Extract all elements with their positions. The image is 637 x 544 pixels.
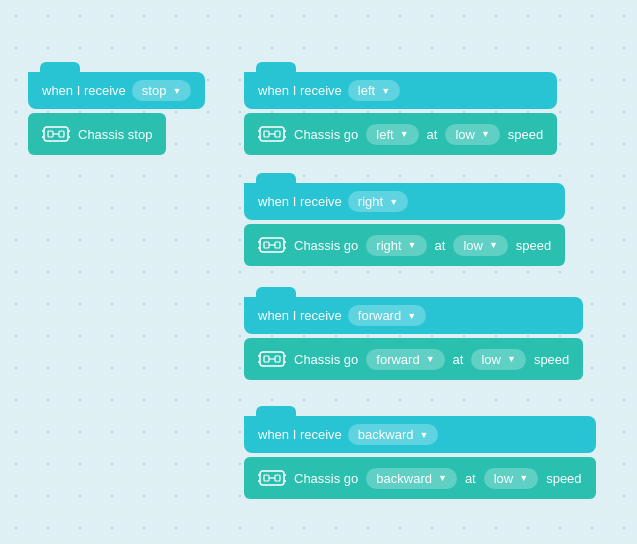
stop-event-block: when I receive stop ▼ bbox=[28, 72, 205, 109]
right-direction-dropdown[interactable]: right ▼ bbox=[366, 235, 426, 256]
svg-rect-25 bbox=[264, 356, 269, 362]
stop-event-label: when I receive bbox=[42, 83, 126, 98]
stop-block-group: when I receive stop ▼ Chassis stop bbox=[28, 62, 205, 155]
backward-action-label: Chassis go bbox=[294, 471, 358, 486]
backward-event-value: backward bbox=[358, 427, 414, 442]
forward-event-label: when I receive bbox=[258, 308, 342, 323]
backward-direction-dropdown[interactable]: backward ▼ bbox=[366, 468, 457, 489]
left-event-notch bbox=[256, 62, 296, 72]
backward-event-block: when I receive backward ▼ bbox=[244, 416, 596, 453]
forward-event-wrapper: when I receive forward ▼ bbox=[244, 287, 583, 334]
forward-event-notch bbox=[256, 287, 296, 297]
backward-speed-arrow-icon: ▼ bbox=[519, 473, 528, 483]
left-at-label: at bbox=[427, 127, 438, 142]
backward-direction-value: backward bbox=[376, 471, 432, 486]
forward-direction-value: forward bbox=[376, 352, 419, 367]
left-speed-arrow-icon: ▼ bbox=[481, 129, 490, 139]
forward-speed-value: low bbox=[481, 352, 501, 367]
right-at-label: at bbox=[435, 238, 446, 253]
right-speed-arrow-icon: ▼ bbox=[489, 240, 498, 250]
left-event-dropdown[interactable]: left ▼ bbox=[348, 80, 400, 101]
backward-speed-value: low bbox=[494, 471, 514, 486]
forward-event-arrow-icon: ▼ bbox=[407, 311, 416, 321]
forward-event-dropdown[interactable]: forward ▼ bbox=[348, 305, 426, 326]
stop-event-value: stop bbox=[142, 83, 167, 98]
stop-event-wrapper: when I receive stop ▼ bbox=[28, 62, 205, 109]
forward-direction-arrow-icon: ▼ bbox=[426, 354, 435, 364]
forward-direction-dropdown[interactable]: forward ▼ bbox=[366, 349, 444, 370]
svg-rect-10 bbox=[275, 131, 280, 137]
svg-rect-26 bbox=[275, 356, 280, 362]
right-speed-label: speed bbox=[516, 238, 551, 253]
backward-at-label: at bbox=[465, 471, 476, 486]
right-event-label: when I receive bbox=[258, 194, 342, 209]
svg-rect-34 bbox=[275, 475, 280, 481]
stop-event-arrow-icon: ▼ bbox=[172, 86, 181, 96]
backward-robot-icon bbox=[258, 467, 286, 489]
left-event-wrapper: when I receive left ▼ bbox=[244, 62, 557, 109]
svg-rect-33 bbox=[264, 475, 269, 481]
stop-action-block: Chassis stop bbox=[28, 113, 166, 155]
right-speed-value: low bbox=[463, 238, 483, 253]
left-speed-dropdown[interactable]: low ▼ bbox=[445, 124, 499, 145]
backward-event-notch bbox=[256, 406, 296, 416]
right-robot-icon bbox=[258, 234, 286, 256]
left-direction-arrow-icon: ▼ bbox=[400, 129, 409, 139]
right-event-value: right bbox=[358, 194, 383, 209]
left-event-arrow-icon: ▼ bbox=[381, 86, 390, 96]
left-block-group: when I receive left ▼ Chassis go left ▼ bbox=[244, 62, 557, 155]
right-direction-arrow-icon: ▼ bbox=[408, 240, 417, 250]
stop-robot-icon bbox=[42, 123, 70, 145]
forward-event-value: forward bbox=[358, 308, 401, 323]
stop-action-label: Chassis stop bbox=[78, 127, 152, 142]
right-event-wrapper: when I receive right ▼ bbox=[244, 173, 565, 220]
svg-rect-18 bbox=[275, 242, 280, 248]
forward-at-label: at bbox=[453, 352, 464, 367]
right-action-label: Chassis go bbox=[294, 238, 358, 253]
left-action-label: Chassis go bbox=[294, 127, 358, 142]
right-action-block: Chassis go right ▼ at low ▼ speed bbox=[244, 224, 565, 266]
forward-speed-arrow-icon: ▼ bbox=[507, 354, 516, 364]
right-event-block: when I receive right ▼ bbox=[244, 183, 565, 220]
left-direction-dropdown[interactable]: left ▼ bbox=[366, 124, 418, 145]
left-speed-value: low bbox=[455, 127, 475, 142]
right-block-group: when I receive right ▼ Chassis go right … bbox=[244, 173, 565, 266]
backward-action-block: Chassis go backward ▼ at low ▼ speed bbox=[244, 457, 596, 499]
backward-direction-arrow-icon: ▼ bbox=[438, 473, 447, 483]
left-robot-icon bbox=[258, 123, 286, 145]
left-event-value: left bbox=[358, 83, 375, 98]
right-direction-value: right bbox=[376, 238, 401, 253]
right-event-arrow-icon: ▼ bbox=[389, 197, 398, 207]
svg-rect-1 bbox=[48, 131, 53, 137]
forward-block-group: when I receive forward ▼ Chassis go forw… bbox=[244, 287, 583, 380]
left-direction-value: left bbox=[376, 127, 393, 142]
left-event-block: when I receive left ▼ bbox=[244, 72, 557, 109]
backward-speed-label: speed bbox=[546, 471, 581, 486]
forward-event-block: when I receive forward ▼ bbox=[244, 297, 583, 334]
svg-rect-17 bbox=[264, 242, 269, 248]
forward-robot-icon bbox=[258, 348, 286, 370]
forward-action-label: Chassis go bbox=[294, 352, 358, 367]
stop-event-dropdown[interactable]: stop ▼ bbox=[132, 80, 192, 101]
left-action-block: Chassis go left ▼ at low ▼ speed bbox=[244, 113, 557, 155]
backward-event-label: when I receive bbox=[258, 427, 342, 442]
forward-action-block: Chassis go forward ▼ at low ▼ speed bbox=[244, 338, 583, 380]
right-event-notch bbox=[256, 173, 296, 183]
backward-block-group: when I receive backward ▼ Chassis go bac… bbox=[244, 406, 596, 499]
left-speed-label: speed bbox=[508, 127, 543, 142]
backward-speed-dropdown[interactable]: low ▼ bbox=[484, 468, 538, 489]
backward-event-dropdown[interactable]: backward ▼ bbox=[348, 424, 439, 445]
backward-event-wrapper: when I receive backward ▼ bbox=[244, 406, 596, 453]
right-event-dropdown[interactable]: right ▼ bbox=[348, 191, 408, 212]
forward-speed-dropdown[interactable]: low ▼ bbox=[471, 349, 525, 370]
right-speed-dropdown[interactable]: low ▼ bbox=[453, 235, 507, 256]
forward-speed-label: speed bbox=[534, 352, 569, 367]
backward-event-arrow-icon: ▼ bbox=[419, 430, 428, 440]
svg-rect-2 bbox=[59, 131, 64, 137]
stop-event-notch bbox=[40, 62, 80, 72]
left-event-label: when I receive bbox=[258, 83, 342, 98]
svg-rect-9 bbox=[264, 131, 269, 137]
